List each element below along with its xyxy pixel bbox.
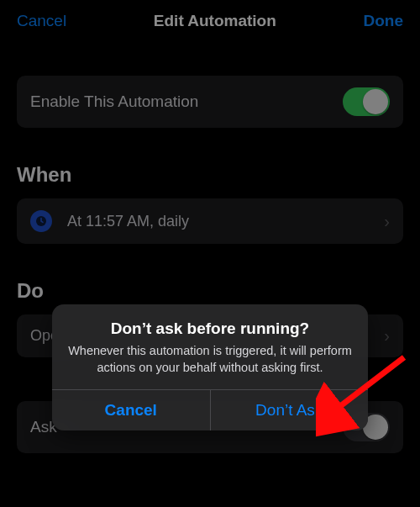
- toggle-knob: [363, 89, 388, 114]
- dialog-message: Whenever this automation is triggered, i…: [67, 343, 353, 376]
- when-trigger-text: At 11:57 AM, daily: [67, 213, 384, 230]
- dialog-cancel-button[interactable]: Cancel: [52, 390, 210, 430]
- chevron-right-icon: ›: [384, 326, 390, 346]
- enable-automation-label: Enable This Automation: [30, 92, 198, 111]
- nav-bar: Cancel Edit Automation Done: [0, 0, 420, 42]
- do-heading: Do: [17, 279, 403, 303]
- cancel-button[interactable]: Cancel: [17, 12, 66, 30]
- confirm-dialog: Don’t ask before running? Whenever this …: [52, 304, 368, 430]
- page-title: Edit Automation: [154, 12, 276, 30]
- dialog-title: Don’t ask before running?: [67, 320, 353, 338]
- when-trigger-row[interactable]: At 11:57 AM, daily ›: [17, 198, 403, 244]
- chevron-right-icon: ›: [384, 212, 390, 231]
- dialog-confirm-button[interactable]: Don’t Ask: [210, 390, 369, 430]
- clock-icon: [30, 210, 52, 232]
- enable-automation-row[interactable]: Enable This Automation: [17, 76, 403, 128]
- enable-automation-toggle[interactable]: [343, 87, 390, 116]
- when-heading: When: [17, 163, 403, 187]
- done-button[interactable]: Done: [364, 12, 404, 30]
